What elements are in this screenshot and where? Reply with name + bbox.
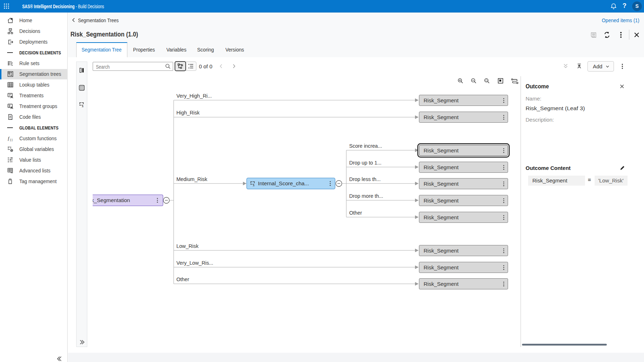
svg-text:x: x — [82, 104, 84, 108]
svg-text:[ ]: [ ] — [10, 138, 13, 141]
svg-text:;: ; — [11, 116, 12, 120]
svg-text:x: x — [253, 184, 255, 187]
